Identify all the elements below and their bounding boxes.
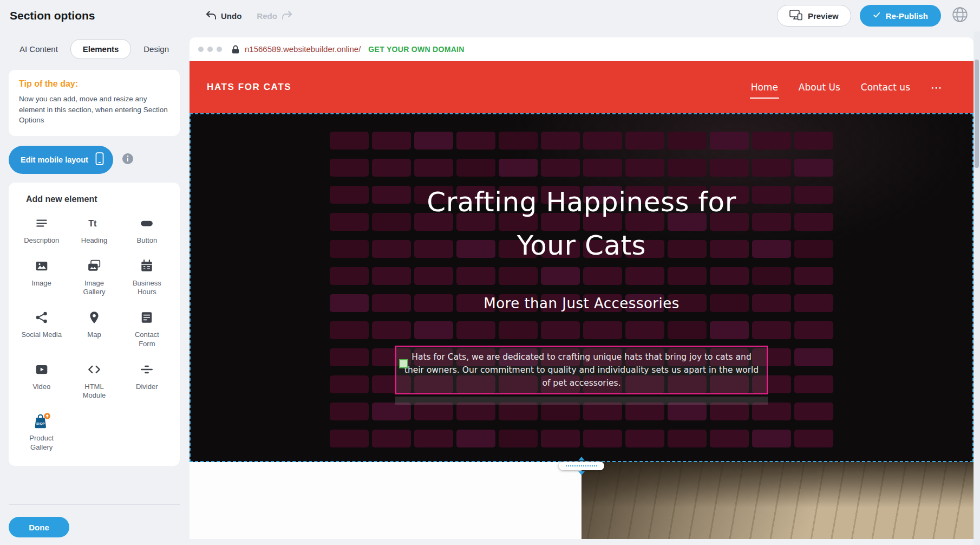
contact-form-icon: [140, 310, 154, 327]
image-icon: [35, 259, 49, 275]
hero-text-element-selected[interactable]: Hats for Cats, we are dedicated to craft…: [395, 346, 768, 394]
element-image-gallery[interactable]: Image Gallery: [68, 259, 120, 297]
check-icon: [873, 11, 881, 21]
scrollbar-thumb[interactable]: [975, 60, 979, 168]
tab-ai-content[interactable]: AI Content: [16, 40, 61, 59]
button-icon: [140, 216, 154, 232]
hero-body-text: Hats for Cats, we are dedicated to craft…: [404, 351, 759, 390]
section-resize-handle[interactable]: [559, 457, 604, 475]
element-html-module[interactable]: HTML Module: [68, 362, 120, 400]
resize-arrow-down-icon: [578, 471, 585, 475]
element-label: Divider: [136, 382, 158, 391]
cobblestone-photo[interactable]: [582, 462, 974, 539]
business-hours-icon: [140, 259, 154, 275]
element-label: Business Hours: [126, 279, 167, 297]
element-label: Map: [87, 330, 101, 339]
element-label: Image: [32, 279, 51, 288]
phone-icon: [95, 152, 104, 167]
nav-more-icon[interactable]: ⋯: [931, 82, 942, 93]
republish-button[interactable]: Re-Publish: [860, 5, 941, 27]
window-dot: [217, 47, 222, 52]
site-logo[interactable]: HATS FOR CATS: [207, 82, 291, 93]
undo-redo-group: Undo Redo: [206, 11, 292, 21]
add-element-title: Add new element: [26, 194, 173, 204]
redo-icon: [282, 11, 292, 21]
resize-handle-pill: [559, 462, 604, 470]
element-product-gallery[interactable]: SHOP Product Gallery: [15, 414, 68, 452]
add-element-panel: Add new element Description Tt Heading B…: [9, 183, 180, 466]
mobile-layout-info-button[interactable]: [122, 153, 134, 167]
element-label: Image Gallery: [74, 279, 115, 297]
next-section-blank[interactable]: [190, 462, 582, 539]
element-contact-form[interactable]: Contact Form: [121, 310, 173, 348]
element-grid: Description Tt Heading Button Image Imag…: [15, 216, 173, 452]
preview-button[interactable]: Preview: [777, 5, 851, 27]
page-title: Section options: [10, 9, 190, 22]
svg-text:Tt: Tt: [88, 218, 97, 228]
globe-icon: [951, 5, 969, 26]
mobile-layout-row: Edit mobile layout: [9, 146, 180, 174]
nav-home[interactable]: Home: [751, 82, 778, 93]
language-globe-button[interactable]: [951, 5, 969, 26]
html-module-icon: [87, 362, 101, 379]
site-url: n1566589.websitebuilder.online/: [245, 44, 361, 54]
element-label: HTML Module: [74, 382, 115, 400]
nav-about-us[interactable]: About Us: [799, 82, 840, 93]
site-nav: Home About Us Contact us ⋯: [751, 82, 942, 93]
edit-mobile-layout-button[interactable]: Edit mobile layout: [9, 146, 113, 174]
sidebar-tabs: AI Content Elements Design: [9, 39, 180, 59]
element-drag-handle[interactable]: [399, 359, 408, 368]
element-label: Product Gallery: [21, 434, 62, 452]
image-gallery-icon: [87, 259, 101, 275]
tip-of-the-day-card: Tip of the day: Now you can add, move an…: [9, 70, 180, 136]
nav-contact-us[interactable]: Contact us: [861, 82, 910, 93]
site-header[interactable]: HATS FOR CATS Home About Us Contact us ⋯: [190, 61, 974, 113]
preview-devices-icon: [789, 10, 802, 22]
social-media-icon: [35, 310, 49, 327]
element-label: Social Media: [21, 330, 61, 339]
tip-title: Tip of the day:: [19, 79, 169, 89]
hero-section-selected[interactable]: Crafting Happiness for Your Cats More th…: [190, 113, 974, 462]
tab-elements[interactable]: Elements: [70, 39, 132, 59]
description-icon: [35, 216, 49, 232]
undo-label: Undo: [221, 11, 241, 21]
undo-icon: [206, 11, 217, 21]
element-image[interactable]: Image: [15, 259, 68, 297]
done-button[interactable]: Done: [9, 517, 69, 537]
sidebar-divider: [9, 504, 180, 505]
element-label: Description: [24, 236, 59, 245]
tab-design[interactable]: Design: [140, 40, 172, 59]
window-dot: [207, 47, 213, 52]
element-business-hours[interactable]: Business Hours: [121, 259, 173, 297]
redo-label: Redo: [257, 11, 277, 21]
app: Section options Undo Redo Preview Re-Pub…: [0, 0, 980, 545]
section-options-sidebar: AI Content Elements Design Tip of the da…: [0, 31, 190, 545]
get-domain-link[interactable]: GET YOUR OWN DOMAIN: [368, 45, 464, 54]
map-icon: [87, 310, 101, 327]
tip-body: Now you can add, move and resize any ele…: [19, 94, 169, 126]
hero-heading[interactable]: Crafting Happiness for Your Cats: [395, 180, 768, 267]
hero-subheading[interactable]: More than Just Accessories: [191, 295, 972, 312]
resize-dotted-line: [566, 465, 597, 466]
sidebar-bottom: Done: [9, 495, 180, 537]
element-heading[interactable]: Tt Heading: [68, 216, 120, 245]
product-gallery-icon: SHOP: [32, 414, 51, 430]
info-icon: [122, 153, 134, 167]
element-map[interactable]: Map: [68, 310, 120, 348]
redo-button[interactable]: Redo: [257, 11, 292, 21]
window-dots: [198, 47, 222, 52]
element-label: Button: [137, 236, 158, 245]
element-button[interactable]: Button: [121, 216, 173, 245]
element-divider[interactable]: Divider: [121, 362, 173, 400]
topbar: Section options Undo Redo Preview Re-Pub…: [0, 0, 980, 31]
resize-arrow-up-icon: [578, 457, 585, 460]
element-video[interactable]: Video: [15, 362, 68, 400]
window-dot: [198, 47, 204, 52]
browser-bar: n1566589.websitebuilder.online/ GET YOUR…: [190, 37, 974, 61]
undo-button[interactable]: Undo: [206, 11, 241, 21]
element-description[interactable]: Description: [15, 216, 68, 245]
element-social-media[interactable]: Social Media: [15, 310, 68, 348]
element-label: Video: [32, 382, 50, 391]
republish-label: Re-Publish: [886, 11, 928, 21]
preview-area: n1566589.websitebuilder.online/ GET YOUR…: [190, 31, 974, 545]
